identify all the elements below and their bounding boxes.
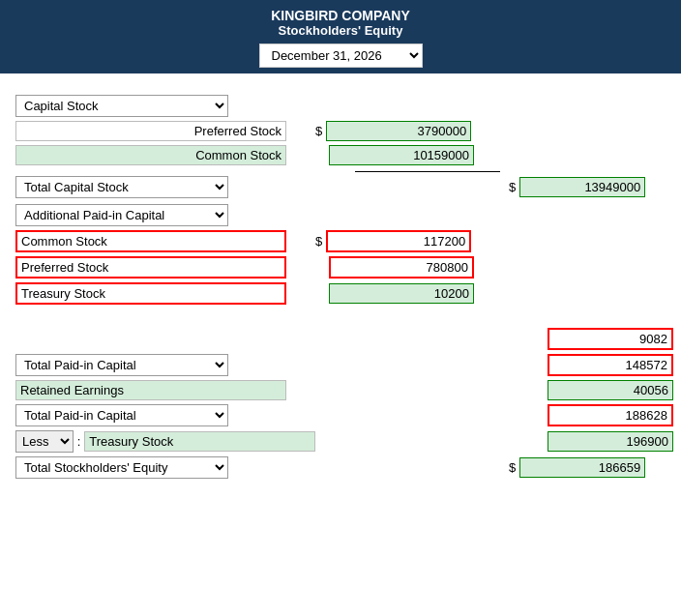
capital-stock-select[interactable]: Capital Stock [15,95,228,117]
treasury-stock2-label[interactable] [84,431,315,452]
total-capital-stock-select[interactable]: Total Capital Stock [15,176,228,198]
common-stock-label-input[interactable] [15,145,286,165]
date-select[interactable]: December 31, 2026 [259,44,423,68]
colon-label: : [77,434,81,449]
preferred-stock2-label-input[interactable] [15,256,286,279]
total-stockholders-select[interactable]: Total Stockholders' Equity [15,456,228,479]
treasury-stock-value[interactable] [329,283,474,304]
preferred-stock2-value[interactable] [329,256,474,279]
treasury-stock2-value[interactable] [548,431,673,452]
total-paid-capital2-select[interactable]: Total Paid-in Capital [15,404,228,426]
total-capital-stock-value[interactable] [519,177,645,197]
dollar-sign-preferred: $ [315,124,322,138]
total-paid-capital-value[interactable] [548,354,673,376]
dollar-sign-total-equity: $ [509,460,516,475]
common-stock2-value[interactable] [326,230,471,252]
total-paid-capital-select[interactable]: Total Paid-in Capital [15,354,228,376]
preferred-stock-value[interactable] [326,121,471,141]
page-header: KINGBIRD COMPANY Stockholders' Equity De… [0,0,681,73]
report-subtitle: Stockholders' Equity [0,23,681,38]
retained-earnings-label[interactable] [15,380,286,400]
total-paid-capital2-value[interactable] [548,404,673,426]
sub-total-value[interactable] [548,328,673,350]
treasury-stock-label-input[interactable] [15,282,286,305]
total-stockholders-value[interactable] [519,457,645,478]
less-select[interactable]: Less [15,430,74,453]
additional-paid-select[interactable]: Additional Paid-in Capital [15,204,228,226]
dollar-sign-common2: $ [315,234,322,249]
preferred-stock-label-input[interactable] [15,121,286,141]
retained-earnings-value[interactable] [548,380,673,400]
common-stock2-label-input[interactable] [15,230,286,252]
company-name: KINGBIRD COMPANY [0,8,681,23]
common-stock-value[interactable] [329,145,474,165]
dollar-sign-total-capital: $ [509,180,516,194]
